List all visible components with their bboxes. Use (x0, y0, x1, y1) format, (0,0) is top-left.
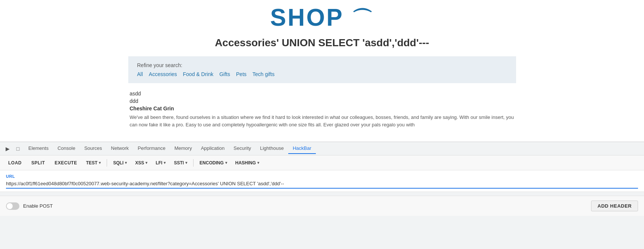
test-chevron: ▾ (99, 161, 101, 165)
tab-network[interactable]: Network (107, 143, 133, 154)
hackbar-footer: Enable POST ADD HEADER (0, 196, 644, 216)
refine-link-all[interactable]: All (137, 71, 143, 77)
toggle-container: Enable POST (6, 202, 53, 210)
add-header-button[interactable]: ADD HEADER (591, 201, 638, 211)
sqli-chevron: ▾ (125, 161, 127, 165)
url-section: URL (0, 170, 644, 192)
encoding-chevron: ▾ (225, 161, 227, 165)
url-input[interactable] (6, 181, 638, 189)
hashing-chevron: ▾ (257, 161, 259, 165)
sqli-dropdown[interactable]: SQLI ▾ (110, 159, 130, 167)
enable-post-toggle[interactable] (6, 202, 19, 210)
shop-logo: SHOP ⌒ (270, 4, 374, 33)
split-button[interactable]: SPLIT (28, 159, 49, 167)
tab-application[interactable]: Application (197, 143, 229, 154)
fish-icon: ⌒ (352, 5, 374, 33)
box-icon[interactable]: □ (13, 144, 22, 153)
encoding-dropdown[interactable]: ENCODING ▾ (197, 159, 230, 167)
tab-elements[interactable]: Elements (24, 143, 53, 154)
lfi-dropdown[interactable]: LFI ▾ (153, 159, 169, 167)
refine-link-accessories[interactable]: Accessories (149, 71, 177, 77)
result-area: asdd ddd Cheshire Cat Grin We've all bee… (128, 91, 516, 128)
refine-box: Refine your search: All Accessories Food… (128, 56, 516, 83)
execute-button[interactable]: EXECUTE (51, 159, 81, 167)
ssti-dropdown[interactable]: SSTI ▾ (171, 159, 190, 167)
xss-dropdown[interactable]: XSS ▾ (132, 159, 150, 167)
refine-links: All Accessories Food & Drink Gifts Pets … (137, 71, 507, 77)
cursor-icon[interactable]: ▶ (3, 144, 12, 153)
result-product-name: Cheshire Cat Grin (130, 105, 515, 111)
tab-hackbar[interactable]: HackBar (288, 143, 316, 154)
refine-link-pets[interactable]: Pets (236, 71, 246, 77)
page-heading: Accessories' UNION SELECT 'asdd','ddd'--… (215, 37, 429, 49)
shop-text: SHOP (270, 4, 343, 31)
tab-lighthouse[interactable]: Lighthouse (255, 143, 288, 154)
refine-link-food[interactable]: Food & Drink (183, 71, 214, 77)
test-dropdown[interactable]: TEST ▾ (83, 159, 104, 167)
xss-chevron: ▾ (145, 161, 147, 165)
refine-label: Refine your search: (137, 62, 507, 68)
page-content: SHOP ⌒ Accessories' UNION SELECT 'asdd',… (0, 0, 644, 142)
tab-console[interactable]: Console (53, 143, 80, 154)
toggle-label: Enable POST (23, 203, 53, 209)
sep1 (107, 159, 107, 167)
result-asdd: asdd (130, 91, 515, 97)
result-description: We've all been there, found ourselves in… (130, 114, 515, 128)
devtools-panel: ▶ □ Elements Console Sources Network Per… (0, 142, 644, 249)
url-label: URL (6, 174, 638, 179)
hackbar-toolbar: LOAD SPLIT EXECUTE TEST ▾ SQLI ▾ XSS ▾ L… (0, 155, 644, 170)
lfi-chevron: ▾ (164, 161, 166, 165)
load-button[interactable]: LOAD (4, 159, 25, 167)
refine-link-gifts[interactable]: Gifts (219, 71, 230, 77)
sep2 (193, 159, 194, 167)
tab-security[interactable]: Security (229, 143, 255, 154)
refine-link-tech[interactable]: Tech gifts (252, 71, 274, 77)
ssti-chevron: ▾ (185, 161, 187, 165)
tab-performance[interactable]: Performance (133, 143, 170, 154)
tab-sources[interactable]: Sources (80, 143, 107, 154)
devtools-tabs-bar: ▶ □ Elements Console Sources Network Per… (0, 142, 644, 155)
result-ddd: ddd (130, 98, 515, 104)
tab-memory[interactable]: Memory (170, 143, 197, 154)
hashing-dropdown[interactable]: HASHING ▾ (232, 159, 262, 167)
